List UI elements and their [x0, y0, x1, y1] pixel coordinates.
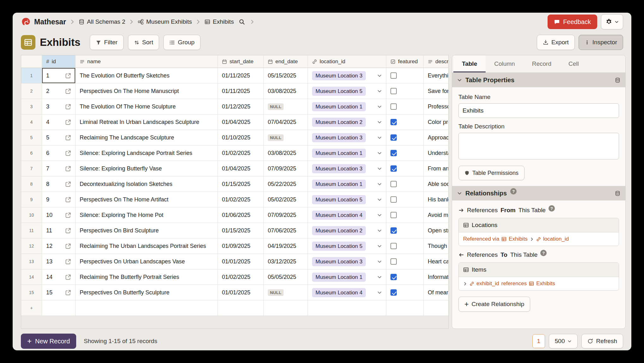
cell-description[interactable]: Able soon: [424, 176, 449, 192]
open-record-icon[interactable]: [65, 104, 71, 110]
cell-featured[interactable]: [386, 269, 424, 285]
cell-featured[interactable]: [386, 254, 424, 269]
cell-id[interactable]: 11: [42, 223, 76, 238]
chevron-down-icon[interactable]: [377, 275, 382, 280]
cell-location[interactable]: Museum Location 4: [308, 285, 386, 300]
row-number-header[interactable]: [21, 55, 42, 68]
chevron-down-icon[interactable]: [377, 73, 382, 78]
chevron-down-icon[interactable]: [377, 135, 382, 140]
filter-button[interactable]: Filter: [90, 35, 123, 50]
cell-id[interactable]: 15: [42, 285, 76, 300]
featured-checkbox[interactable]: [390, 103, 397, 110]
cell-end-date[interactable]: NULL: [264, 285, 308, 300]
open-record-icon[interactable]: [65, 259, 71, 265]
row-number-cell[interactable]: 1: [21, 68, 42, 83]
app-logo[interactable]: Mathesar: [21, 17, 66, 27]
cell-location[interactable]: Museum Location 1: [308, 99, 386, 114]
row-number-cell[interactable]: 6: [21, 145, 42, 161]
cell-end-date[interactable]: 07/09/2025: [264, 161, 308, 176]
cell-name[interactable]: Reclaiming The Butterfly Portrait Series: [76, 269, 218, 285]
tab-column[interactable]: Column: [486, 55, 523, 72]
open-record-icon[interactable]: [65, 119, 71, 125]
cell-start-date[interactable]: 01/12/2025: [218, 99, 264, 114]
row-number-cell[interactable]: 5: [21, 130, 42, 145]
cell-start-date[interactable]: 01/02/2025: [218, 192, 264, 207]
cell-featured[interactable]: [386, 114, 424, 130]
cell-id[interactable]: 5: [42, 130, 76, 145]
cell-start-date[interactable]: 01/04/2025: [218, 161, 264, 176]
cell-description[interactable]: Open str: [424, 223, 449, 238]
cell-description[interactable]: Though s: [424, 238, 449, 254]
cell-id[interactable]: 14: [42, 269, 76, 285]
cell-description[interactable]: Informati: [424, 269, 449, 285]
cell-start-date[interactable]: 01/09/2025: [218, 238, 264, 254]
column-header-id[interactable]: # id: [42, 55, 76, 68]
chevron-down-icon[interactable]: [377, 151, 382, 156]
relationships-header[interactable]: Relationships ?: [452, 186, 625, 200]
cell-end-date[interactable]: 05/22/2025: [264, 176, 308, 192]
cell-featured[interactable]: [386, 145, 424, 161]
cell-end-date[interactable]: 05/15/2025: [264, 68, 308, 83]
breadcrumb-database[interactable]: Museum Exhibits: [138, 18, 192, 25]
cell-id[interactable]: 13: [42, 254, 76, 269]
featured-checkbox[interactable]: [390, 150, 397, 156]
cell-description[interactable]: Everythin: [424, 68, 449, 83]
row-number-cell[interactable]: 9: [21, 192, 42, 207]
cell-start-date[interactable]: 01/10/2025: [218, 130, 264, 145]
open-record-icon[interactable]: [65, 197, 71, 203]
table-properties-header[interactable]: Table Properties: [452, 73, 625, 87]
breadcrumb-schema[interactable]: All Schemas 2: [79, 18, 125, 25]
cell-location[interactable]: Museum Location 3: [308, 68, 386, 83]
chevron-down-icon[interactable]: [377, 104, 382, 109]
cell-featured[interactable]: [386, 223, 424, 238]
featured-checkbox[interactable]: [390, 243, 397, 249]
help-icon[interactable]: ?: [540, 250, 547, 256]
breadcrumb-expand-icon[interactable]: [250, 19, 255, 24]
sort-button[interactable]: Sort: [128, 35, 159, 50]
featured-checkbox[interactable]: [390, 72, 397, 79]
cell-end-date[interactable]: NULL: [264, 99, 308, 114]
row-number-cell[interactable]: 8: [21, 176, 42, 192]
tab-record[interactable]: Record: [524, 55, 560, 72]
cell-name[interactable]: The Evolution Of Butterfly Sketches: [76, 68, 218, 83]
chevron-down-icon[interactable]: [377, 290, 382, 295]
page-size-dropdown[interactable]: 500: [549, 334, 578, 348]
tab-table[interactable]: Table: [453, 55, 486, 72]
cell-description[interactable]: From and: [424, 161, 449, 176]
cell-end-date[interactable]: 03/08/2025: [264, 83, 308, 99]
cell-location[interactable]: Museum Location 4: [308, 207, 386, 223]
referenced-via-link[interactable]: Referenced via Exhibits location_id: [459, 232, 619, 246]
featured-checkbox[interactable]: [390, 88, 397, 94]
cell-featured[interactable]: [386, 207, 424, 223]
open-record-icon[interactable]: [65, 228, 71, 234]
cell-id[interactable]: 1: [42, 68, 76, 83]
cell-id[interactable]: 2: [42, 83, 76, 99]
cell-name[interactable]: Perspectives On Butterfly Sculpture: [76, 285, 218, 300]
group-button[interactable]: Group: [163, 35, 200, 50]
open-record-icon[interactable]: [65, 150, 71, 156]
tab-cell[interactable]: Cell: [560, 55, 587, 72]
table-description-input[interactable]: [458, 133, 619, 159]
create-relationship-button[interactable]: + Create Relationship: [458, 297, 530, 312]
open-record-icon[interactable]: [65, 166, 71, 172]
featured-checkbox[interactable]: [390, 212, 397, 218]
column-header-location-id[interactable]: location_id: [308, 55, 386, 68]
cell-end-date[interactable]: NULL: [264, 130, 308, 145]
chevron-down-icon[interactable]: [377, 166, 382, 171]
chevron-down-icon[interactable]: [377, 89, 382, 94]
row-number-cell[interactable]: 7: [21, 161, 42, 176]
cell-location[interactable]: Museum Location 5: [308, 83, 386, 99]
cell-location[interactable]: Museum Location 3: [308, 254, 386, 269]
cell-featured[interactable]: [386, 192, 424, 207]
cell-name[interactable]: Perspectives On Bird Sculpture: [76, 223, 218, 238]
cell-end-date[interactable]: 07/09/2025: [264, 207, 308, 223]
table-name-input[interactable]: [458, 103, 619, 118]
cell-start-date[interactable]: 01/01/2025: [218, 254, 264, 269]
row-number-cell[interactable]: 13: [21, 254, 42, 269]
help-icon[interactable]: ?: [510, 188, 517, 194]
add-row-button[interactable]: +: [21, 300, 42, 316]
cell-start-date[interactable]: 01/02/2025: [218, 269, 264, 285]
row-number-cell[interactable]: 4: [21, 114, 42, 130]
cell-location[interactable]: Museum Location 1: [308, 145, 386, 161]
cell-start-date[interactable]: 01/02/2025: [218, 145, 264, 161]
